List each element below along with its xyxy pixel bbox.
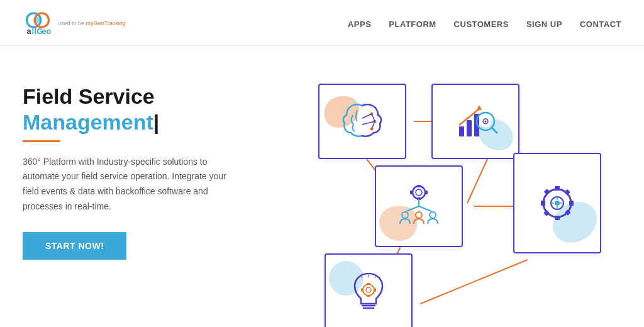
svg-text:l: l (31, 26, 34, 36)
svg-point-32 (416, 189, 422, 196)
hero-description: 360° Platform with Industry-specific sol… (23, 155, 236, 214)
svg-line-20 (362, 121, 375, 125)
svg-rect-64 (361, 289, 363, 292)
svg-point-61 (366, 287, 371, 292)
main-nav: APPS PLATFORM CUSTOMERS SIGN UP CONTACT (348, 19, 621, 29)
svg-text:a: a (26, 26, 31, 36)
logo-icon: a l l G eo (23, 9, 53, 39)
hero-title-plain: Field Service (23, 84, 155, 108)
svg-rect-46 (555, 216, 560, 220)
card-analytics (431, 84, 519, 159)
ai-icon (337, 96, 387, 147)
svg-rect-22 (467, 120, 472, 136)
nav-apps[interactable]: APPS (348, 19, 371, 29)
svg-marker-25 (477, 105, 482, 110)
svg-text:l: l (34, 26, 36, 36)
svg-line-17 (372, 114, 375, 121)
svg-line-38 (406, 206, 419, 211)
main-content: Field Service Management| 360° Platform … (0, 46, 644, 324)
svg-rect-49 (544, 189, 550, 195)
start-now-button[interactable]: START NOW! (23, 232, 126, 260)
logo: a l l G eo used to be myGeoTracking (23, 9, 126, 39)
svg-rect-50 (564, 189, 570, 196)
nav-signup[interactable]: SIGN UP (526, 19, 562, 29)
logo-tagline: used to be myGeoTracking (58, 21, 126, 27)
nav-platform[interactable]: PLATFORM (389, 19, 436, 29)
svg-rect-36 (425, 191, 428, 194)
svg-point-53 (555, 201, 560, 206)
svg-line-68 (375, 276, 376, 278)
svg-line-28 (492, 128, 497, 133)
svg-rect-63 (367, 295, 370, 297)
svg-rect-33 (417, 185, 421, 187)
svg-rect-21 (459, 126, 464, 136)
svg-rect-47 (541, 201, 545, 206)
svg-point-41 (430, 212, 436, 218)
left-panel: Field Service Management| 360° Platform … (23, 65, 274, 260)
svg-line-19 (362, 114, 372, 118)
card-gear (513, 153, 601, 253)
card-bulb (325, 253, 413, 327)
team-icon (394, 181, 444, 231)
hero-title-highlight: Management (23, 110, 153, 134)
svg-rect-48 (569, 201, 574, 206)
svg-rect-62 (367, 283, 370, 285)
card-ai (318, 84, 406, 159)
svg-line-67 (361, 276, 362, 278)
svg-point-30 (485, 121, 487, 123)
gear-icon (529, 175, 586, 231)
svg-rect-65 (374, 289, 376, 292)
title-underline (23, 140, 60, 142)
bulb-icon (343, 266, 394, 316)
svg-rect-45 (555, 186, 560, 191)
hero-title-cursor: | (153, 110, 160, 134)
card-team (375, 165, 463, 247)
svg-point-2 (35, 17, 41, 23)
svg-point-42 (416, 212, 422, 218)
svg-text:eo: eo (42, 26, 51, 36)
svg-point-31 (413, 186, 425, 199)
nav-contact[interactable]: CONTACT (580, 19, 621, 29)
hero-title: Field Service Management| (23, 84, 274, 135)
analytics-icon (450, 96, 501, 147)
svg-line-39 (419, 206, 431, 211)
svg-point-60 (363, 284, 374, 296)
nav-customers[interactable]: CUSTOMERS (454, 19, 509, 29)
logo-text: used to be myGeoTracking (58, 21, 126, 27)
site-header: a l l G eo used to be myGeoTracking APPS… (0, 0, 644, 46)
svg-point-40 (402, 212, 408, 218)
svg-rect-35 (410, 191, 413, 194)
svg-line-13 (420, 260, 527, 304)
diagram-panel (293, 65, 621, 327)
svg-line-9 (467, 159, 487, 203)
